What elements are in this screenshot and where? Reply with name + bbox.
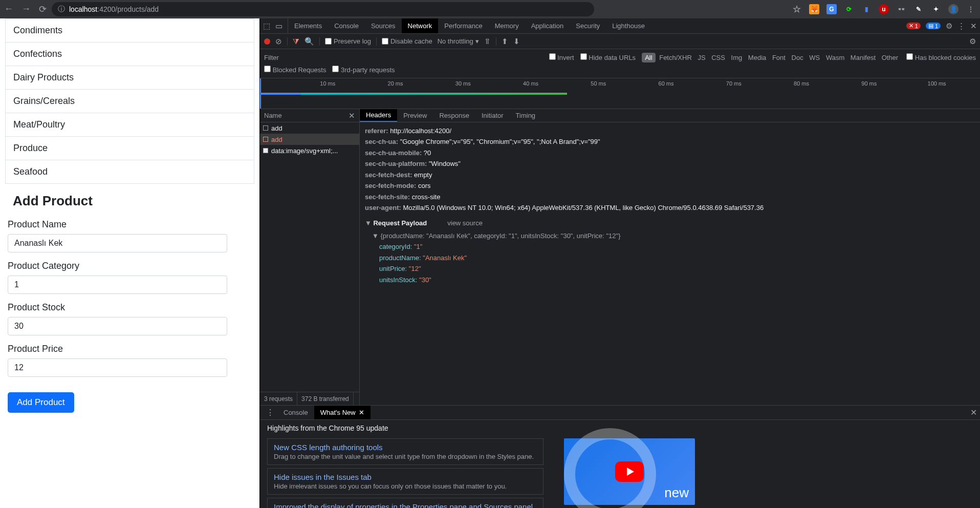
export-har-icon[interactable]: ⬇: [513, 37, 520, 46]
filter-type-wasm[interactable]: Wasm: [824, 53, 846, 62]
product-price-input[interactable]: [8, 358, 227, 377]
product-category-input[interactable]: [8, 276, 227, 294]
filter-type-media[interactable]: Media: [746, 53, 768, 62]
ext-icon-7[interactable]: ✎: [913, 4, 924, 14]
tab-elements[interactable]: Elements: [288, 18, 328, 33]
whats-new-card[interactable]: New CSS length authoring toolsDrag to ch…: [267, 438, 543, 465]
ext-icon-1[interactable]: 🦊: [809, 4, 819, 14]
request-row[interactable]: add: [260, 134, 359, 145]
tab-network[interactable]: Network: [402, 18, 439, 33]
info-icon[interactable]: ⓘ: [58, 5, 65, 14]
view-source-link[interactable]: view source: [447, 219, 483, 227]
tab-performance[interactable]: Performance: [438, 18, 488, 33]
clear-icon[interactable]: ⊘: [275, 37, 282, 46]
filter-type-fetchxhr[interactable]: Fetch/XHR: [657, 53, 694, 62]
blocked-cookies-checkbox[interactable]: Has blocked cookies: [906, 53, 976, 61]
detail-tab-response[interactable]: Response: [433, 109, 475, 122]
extensions-icon[interactable]: ✦: [931, 4, 941, 14]
filter-type-js[interactable]: JS: [695, 53, 707, 62]
ext-icon-2[interactable]: G: [826, 4, 837, 14]
hide-data-urls-checkbox[interactable]: Hide data URLs: [580, 53, 636, 61]
ext-icon-5[interactable]: u: [879, 4, 889, 14]
ext-icon-3[interactable]: ⟳: [844, 4, 854, 14]
filter-type-doc[interactable]: Doc: [790, 53, 805, 62]
drawer-more-icon[interactable]: ⋮: [263, 408, 277, 417]
tab-sources[interactable]: Sources: [365, 18, 402, 33]
blocked-requests-checkbox[interactable]: Blocked Requests: [264, 66, 326, 74]
name-column-header[interactable]: Name: [264, 112, 282, 119]
product-stock-input[interactable]: [8, 317, 227, 335]
tab-memory[interactable]: Memory: [489, 18, 525, 33]
invert-checkbox[interactable]: Invert: [549, 53, 574, 61]
reload-icon[interactable]: ⟳: [39, 4, 47, 15]
filter-type-all[interactable]: All: [642, 53, 655, 62]
request-payload-section[interactable]: ▼ Request Payloadview source: [365, 214, 975, 230]
tab-whats-new[interactable]: What's New✕: [314, 406, 371, 419]
close-devtools-icon[interactable]: ✕: [970, 22, 977, 31]
tab-console[interactable]: Console: [277, 406, 314, 419]
tab-application[interactable]: Application: [525, 18, 570, 33]
ext-icon-6[interactable]: 👓: [896, 4, 906, 14]
filter-type-css[interactable]: CSS: [709, 53, 727, 62]
detail-tab-initiator[interactable]: Initiator: [475, 109, 510, 122]
category-item[interactable]: Condiments: [5, 18, 254, 43]
request-row[interactable]: add: [260, 122, 359, 134]
category-item[interactable]: Produce: [5, 137, 254, 160]
throttling-select[interactable]: No throttling▾: [438, 37, 479, 45]
import-har-icon[interactable]: ⬆: [502, 37, 508, 46]
filter-type-ws[interactable]: WS: [807, 53, 822, 62]
filter-toggle-icon[interactable]: ⧩: [293, 37, 299, 46]
forward-icon[interactable]: →: [21, 4, 31, 15]
timeline-overview[interactable]: 10 ms20 ms30 ms40 ms50 ms60 ms70 ms80 ms…: [260, 78, 980, 109]
search-icon[interactable]: 🔍: [304, 37, 314, 46]
address-bar[interactable]: ⓘ localhost:4200/products/add: [52, 2, 594, 16]
category-item[interactable]: Seafood: [5, 160, 254, 184]
detail-tab-timing[interactable]: Timing: [510, 109, 542, 122]
detail-tab-headers[interactable]: Headers: [360, 109, 397, 122]
request-row[interactable]: data:image/svg+xml;...: [260, 145, 359, 156]
third-party-checkbox[interactable]: 3rd-party requests: [332, 66, 395, 74]
header-line: sec-fetch-dest: empty: [365, 170, 975, 180]
more-icon[interactable]: ⋮: [957, 22, 965, 31]
video-thumbnail[interactable]: new: [564, 438, 695, 505]
detail-tab-preview[interactable]: Preview: [397, 109, 433, 122]
filter-input[interactable]: Filter: [264, 54, 279, 61]
preserve-log-checkbox[interactable]: Preserve log: [325, 37, 371, 45]
disable-cache-checkbox[interactable]: Disable cache: [382, 37, 432, 45]
network-conditions-icon[interactable]: ⥣: [484, 37, 491, 46]
tab-lighthouse[interactable]: Lighthouse: [606, 18, 651, 33]
transferred-size: 372 B transferred: [297, 392, 354, 405]
bookmark-star-icon[interactable]: ☆: [792, 4, 802, 14]
whats-new-card[interactable]: Improved the display of properties in th…: [267, 498, 543, 508]
payload-property: unitsInStock: "30": [365, 274, 975, 285]
ext-icon-4[interactable]: ▮: [861, 4, 872, 14]
add-product-button[interactable]: Add Product: [8, 392, 74, 413]
error-badge[interactable]: ✕ 1: [906, 23, 921, 29]
filter-type-manifest[interactable]: Manifest: [848, 53, 878, 62]
close-drawer-icon[interactable]: ✕: [970, 408, 977, 417]
close-detail-icon[interactable]: ✕: [349, 111, 355, 120]
avatar-icon[interactable]: 👤: [948, 4, 959, 14]
tab-security[interactable]: Security: [570, 18, 606, 33]
category-item[interactable]: Meat/Poultry: [5, 113, 254, 137]
network-settings-icon[interactable]: ⚙: [969, 37, 976, 46]
device-toolbar-icon[interactable]: ▭: [275, 22, 282, 31]
back-icon[interactable]: ←: [4, 4, 13, 15]
product-name-input[interactable]: [8, 234, 227, 252]
filter-type-font[interactable]: Font: [770, 53, 788, 62]
filter-type-img[interactable]: Img: [729, 53, 745, 62]
inspect-element-icon[interactable]: ⬚: [263, 22, 270, 31]
filter-type-other[interactable]: Other: [880, 53, 901, 62]
category-item[interactable]: Dairy Products: [5, 66, 254, 90]
category-item[interactable]: Confections: [5, 43, 254, 66]
product-price-label: Product Price: [8, 344, 254, 354]
category-item[interactable]: Grains/Cereals: [5, 90, 254, 113]
close-tab-icon[interactable]: ✕: [359, 409, 364, 416]
issues-badge[interactable]: ▤ 1: [926, 23, 941, 29]
tab-console[interactable]: Console: [328, 18, 365, 33]
gear-icon[interactable]: ⚙: [946, 22, 952, 31]
menu-icon[interactable]: ⋮: [966, 4, 976, 14]
record-icon[interactable]: [264, 38, 270, 45]
whats-new-card[interactable]: Hide issues in the Issues tabHide irrele…: [267, 468, 543, 495]
request-icon: [263, 148, 268, 153]
